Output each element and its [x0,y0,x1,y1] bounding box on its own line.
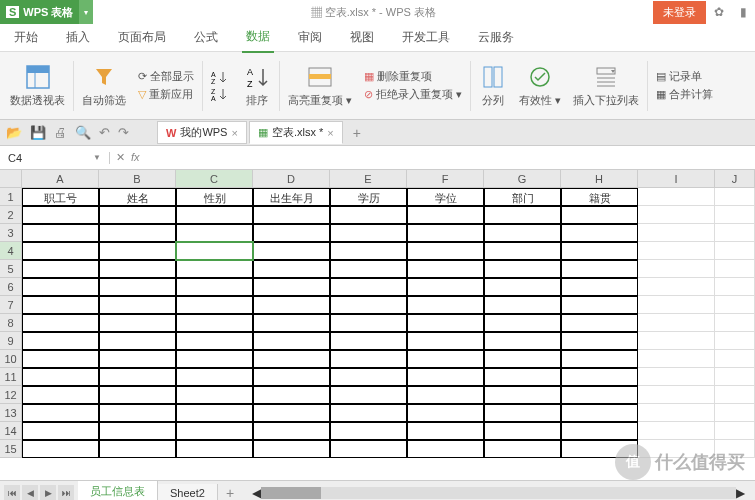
cell[interactable] [484,332,561,350]
cell[interactable] [330,350,407,368]
cell[interactable] [99,386,176,404]
column-header[interactable]: F [407,170,484,188]
cell[interactable] [638,404,715,422]
cell[interactable] [330,386,407,404]
cell[interactable] [715,206,755,224]
cell[interactable] [407,314,484,332]
cell[interactable] [99,350,176,368]
cell[interactable] [253,368,330,386]
cell[interactable] [253,224,330,242]
menu-tab[interactable]: 审阅 [294,23,326,52]
cell[interactable] [22,278,99,296]
cell[interactable] [561,350,638,368]
cell[interactable] [638,188,715,206]
column-header[interactable]: G [484,170,561,188]
sheet-tab[interactable]: Sheet2 [158,484,218,501]
cell[interactable] [176,278,253,296]
cell[interactable] [22,314,99,332]
cell[interactable] [407,368,484,386]
cell[interactable] [638,224,715,242]
row-header[interactable]: 1 [0,188,22,206]
menu-tab[interactable]: 开始 [10,23,42,52]
cell[interactable] [715,422,755,440]
insert-dropdown-button[interactable]: 插入下拉列表 [569,63,643,108]
highlight-dup-button[interactable]: 高亮重复项 ▾ [284,63,356,108]
open-icon[interactable]: 📂 [6,125,22,140]
cell[interactable] [22,224,99,242]
menu-tab[interactable]: 插入 [62,23,94,52]
cell[interactable] [561,242,638,260]
cell[interactable] [561,296,638,314]
cell[interactable] [484,296,561,314]
cell[interactable] [638,350,715,368]
column-header[interactable]: D [253,170,330,188]
cell[interactable] [407,386,484,404]
redo-icon[interactable]: ↷ [118,125,129,140]
cell[interactable] [99,314,176,332]
cell[interactable] [22,242,99,260]
cell[interactable] [638,332,715,350]
cell[interactable] [484,242,561,260]
cell[interactable]: 出生年月 [253,188,330,206]
cell[interactable] [330,224,407,242]
cell[interactable] [176,260,253,278]
cell[interactable] [407,422,484,440]
scroll-right-icon[interactable]: ▶ [736,486,745,500]
cell[interactable]: 籍贯 [561,188,638,206]
cell[interactable] [99,242,176,260]
cell[interactable] [330,206,407,224]
sort-desc-button[interactable]: ZA [211,87,229,101]
row-header[interactable]: 14 [0,422,22,440]
cell[interactable] [330,242,407,260]
menu-tab[interactable]: 开发工具 [398,23,454,52]
menu-tab[interactable]: 云服务 [474,23,518,52]
menu-tab[interactable]: 视图 [346,23,378,52]
row-header[interactable]: 11 [0,368,22,386]
cell[interactable] [176,386,253,404]
row-header[interactable]: 10 [0,350,22,368]
cell[interactable] [330,422,407,440]
cell[interactable] [561,224,638,242]
cell[interactable] [484,368,561,386]
cell[interactable] [407,260,484,278]
cell[interactable] [176,242,253,260]
cell[interactable] [561,260,638,278]
split-button[interactable]: 分列 [475,63,511,108]
cell[interactable] [484,224,561,242]
cell[interactable] [99,332,176,350]
cell[interactable] [561,404,638,422]
cell[interactable] [99,296,176,314]
cell[interactable] [561,206,638,224]
cell[interactable] [561,368,638,386]
tab-current-file[interactable]: ▦空表.xlsx *× [249,121,343,144]
login-button[interactable]: 未登录 [653,1,706,24]
cell[interactable] [484,404,561,422]
cell[interactable] [638,386,715,404]
reapply-button[interactable]: ▽重新应用 [138,87,194,102]
cell[interactable] [715,188,755,206]
next-sheet-button[interactable]: ▶ [40,485,56,501]
cell[interactable] [253,422,330,440]
close-icon[interactable]: × [231,127,237,139]
cell[interactable] [99,224,176,242]
cell[interactable] [253,206,330,224]
column-header[interactable]: E [330,170,407,188]
cell[interactable] [22,440,99,458]
row-header[interactable]: 13 [0,404,22,422]
row-header[interactable]: 7 [0,296,22,314]
sort-asc-button[interactable]: AZ [211,70,229,84]
cell[interactable] [330,296,407,314]
cell[interactable] [561,278,638,296]
cell[interactable] [253,296,330,314]
cell[interactable] [484,314,561,332]
cell[interactable]: 学位 [407,188,484,206]
column-header[interactable]: I [638,170,715,188]
cell[interactable] [176,296,253,314]
form-button[interactable]: ▤记录单 [656,69,713,84]
cell[interactable] [253,404,330,422]
cell[interactable] [715,404,755,422]
cell[interactable] [638,368,715,386]
column-header[interactable]: A [22,170,99,188]
cell[interactable] [176,368,253,386]
horizontal-scrollbar[interactable]: ◀ ▶ [242,486,755,500]
